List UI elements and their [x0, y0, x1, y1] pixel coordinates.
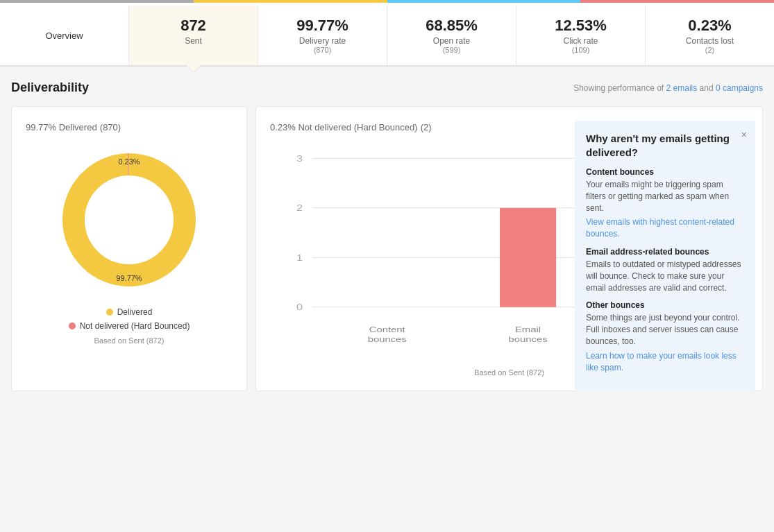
info-section-address-text: Emails to outdated or mistyped addresses… [586, 259, 744, 293]
stats-container: Overview 872 Sent 99.77% Delivery rate (… [0, 3, 774, 65]
info-section-other-title: Other bounces [586, 300, 744, 310]
stat-contacts-value: 0.23% [654, 17, 766, 35]
bar-title-count: (2) [421, 122, 432, 132]
stat-click-value: 12.53% [525, 17, 637, 35]
section-title: Deliverability [11, 80, 89, 95]
legend-dot-not-delivered [69, 323, 76, 329]
stat-click-rate[interactable]: 12.53% Click rate (109) [516, 6, 646, 65]
bar-title-text: 0.23% Not delivered (Hard Bounced) [270, 122, 417, 132]
y-label-1: 1 [296, 252, 303, 262]
deliverability-section: Deliverability Showing performance of 2 … [0, 67, 774, 405]
y-label-2: 2 [296, 203, 303, 213]
info-section-other: Other bounces Some things are just beyon… [586, 300, 744, 373]
info-section-other-text: Some things are just beyond your control… [586, 312, 744, 347]
legend-item-not-delivered: Not delivered (Hard Bounced) [69, 321, 190, 331]
donut-legend: Delivered Not delivered (Hard Bounced) [26, 307, 233, 331]
bar-email-bounces [500, 208, 556, 307]
donut-percent-bottom: 99.77% [116, 274, 142, 282]
legend-label-not-delivered: Not delivered (Hard Bounced) [80, 321, 190, 331]
legend-label-delivered: Delivered [117, 307, 153, 317]
donut-svg [53, 144, 205, 296]
donut-delivered-arc [74, 164, 185, 275]
info-close-button[interactable]: × [741, 129, 747, 140]
stat-contacts-label: Contacts lost [654, 36, 766, 46]
active-indicator [187, 65, 201, 72]
emails-link[interactable]: 2 emails [666, 83, 698, 93]
donut-chart-card: 99.77% Delivered (870) 0.23% 99.77% [11, 106, 247, 391]
and-text: and [700, 83, 714, 93]
stat-open-value: 68.85% [396, 17, 507, 35]
subtitle-prefix: Showing performance of [573, 83, 664, 93]
section-header: Deliverability Showing performance of 2 … [11, 80, 763, 95]
y-label-0: 0 [296, 302, 303, 312]
info-panel-title: Why aren't my emails getting delivered? [586, 132, 744, 159]
x-label-content: Content [369, 325, 405, 334]
donut-chart-title: 99.77% Delivered (870) [26, 121, 233, 132]
stats-bar: Overview 872 Sent 99.77% Delivery rate (… [0, 3, 774, 67]
stat-delivery-sub: (870) [267, 46, 378, 54]
legend-item-delivered: Delivered [106, 307, 153, 317]
info-section-content-title: Content bounces [586, 167, 744, 177]
donut-title-text: 99.77% Delivered [26, 122, 97, 132]
info-content-link[interactable]: View emails with highest content-related… [586, 216, 744, 240]
x-label-email2: bounces [508, 334, 547, 343]
x-label-content2: bounces [368, 334, 407, 343]
stat-click-label: Click rate [525, 36, 637, 46]
bar-chart-card: 0.23% Not delivered (Hard Bounced) (2) 3… [255, 106, 763, 391]
donut-percent-top: 0.23% [118, 157, 140, 166]
stat-open-label: Open rate [396, 36, 507, 46]
stat-click-sub: (109) [525, 46, 637, 54]
stat-overview[interactable]: Overview [0, 6, 129, 65]
info-other-link[interactable]: Learn how to make your emails look less … [586, 350, 744, 374]
stat-overview-label: Overview [45, 31, 83, 41]
stat-sent-label: Sent [137, 36, 249, 46]
stat-contacts-sub: (2) [654, 46, 766, 54]
stat-contacts-lost[interactable]: 0.23% Contacts lost (2) [646, 6, 774, 65]
stat-open-sub: (599) [396, 46, 507, 54]
info-section-content-text: Your emails might be triggering spam fil… [586, 179, 744, 214]
stat-sent[interactable]: 872 Sent [129, 6, 258, 65]
section-subtitle: Showing performance of 2 emails and 0 ca… [573, 83, 763, 93]
campaigns-link[interactable]: 0 campaigns [716, 83, 763, 93]
stat-delivery-value: 99.77% [267, 17, 378, 35]
donut-wrapper: 0.23% 99.77% [53, 144, 205, 296]
donut-title-count: (870) [100, 122, 121, 132]
info-section-address-title: Email address-related bounces [586, 247, 744, 257]
y-label-3: 3 [296, 153, 303, 163]
x-label-email: Email [515, 325, 541, 334]
info-section-content: Content bounces Your emails might be tri… [586, 167, 744, 240]
donut-based-on: Based on Sent (872) [26, 336, 233, 345]
page-wrapper: Overview 872 Sent 99.77% Delivery rate (… [0, 0, 774, 532]
stat-delivery-rate[interactable]: 99.77% Delivery rate (870) [258, 6, 387, 65]
stat-open-rate[interactable]: 68.85% Open rate (599) [387, 6, 516, 65]
stat-sent-value: 872 [137, 17, 249, 35]
info-section-address: Email address-related bounces Emails to … [586, 247, 744, 293]
info-panel: Why aren't my emails getting delivered? … [575, 121, 755, 391]
legend-dot-delivered [106, 309, 113, 316]
stat-delivery-label: Delivery rate [267, 36, 378, 46]
charts-row: 99.77% Delivered (870) 0.23% 99.77% [11, 106, 763, 391]
